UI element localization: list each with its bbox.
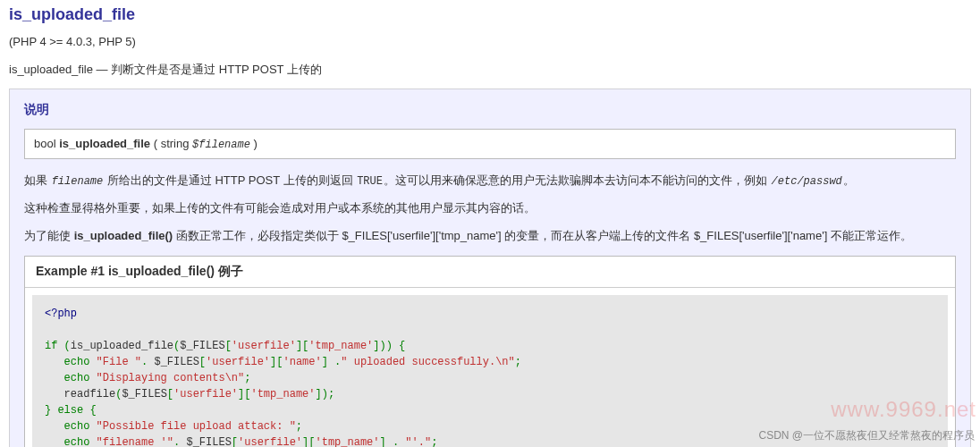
bold-fn-name: is_uploaded_file() xyxy=(74,229,173,242)
literal-true: TRUE xyxy=(356,175,384,188)
example-code: <?php if (is_uploaded_file($_FILES['user… xyxy=(32,295,948,447)
version-info: (PHP 4 >= 4.0.3, PHP 5) xyxy=(9,33,971,52)
ref-purpose: is_uploaded_file — 判断文件是否是通过 HTTP POST 上… xyxy=(9,61,971,80)
return-type: bool xyxy=(34,137,56,150)
param-variable: $filename xyxy=(192,139,250,151)
para-2: 这种检查显得格外重要，如果上传的文件有可能会造成对用户或本系统的其他用户显示其内… xyxy=(24,199,956,218)
param-type: string xyxy=(161,137,190,150)
literal-etc-passwd: /etc/passwd xyxy=(771,175,843,188)
section-heading: 说明 xyxy=(24,102,956,118)
paren-open: ( xyxy=(154,137,161,150)
literal-filename: filename xyxy=(51,175,105,188)
description-section: 说明 bool is_uploaded_file ( string $filen… xyxy=(9,89,971,447)
para-3: 为了能使 is_uploaded_file() 函数正常工作，必段指定类似于 $… xyxy=(24,227,956,246)
page-title: is_uploaded_file xyxy=(9,5,971,24)
example-box: Example #1 is_uploaded_file() 例子 <?php i… xyxy=(24,256,956,447)
example-title: Example #1 is_uploaded_file() 例子 xyxy=(25,257,955,288)
method-synopsis: bool is_uploaded_file ( string $filename… xyxy=(24,129,956,159)
example-fn: is_uploaded_file() xyxy=(108,264,215,278)
method-name: is_uploaded_file xyxy=(59,137,150,150)
paren-close: ) xyxy=(254,137,258,150)
para-1: 如果 filename 所给出的文件是通过 HTTP POST 上传的则返回 T… xyxy=(24,172,956,190)
